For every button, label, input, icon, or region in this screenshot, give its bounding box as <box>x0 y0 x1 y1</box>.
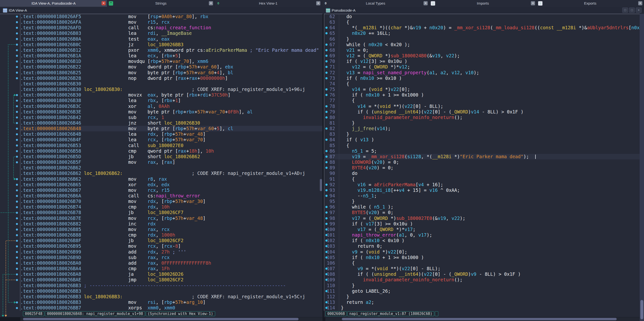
pseudocode-hscrollbar[interactable] <box>326 317 640 321</box>
pseudocode-line[interactable]: 73 if ( n0x10 >= 0x10 ) <box>324 76 644 81</box>
pseudocode-line[interactable]: 91 { <box>324 176 644 182</box>
disasm-line[interactable]: .text:0000000180026B0C jz loc_180026BB3 <box>20 42 322 48</box>
pseudocode-line[interactable]: 74 { <box>324 81 644 87</box>
pseudocode-line[interactable]: 99 if ( v17[3] >= 0x10u ) <box>324 221 644 227</box>
disasm-line[interactable]: .text:0000000180026B12 pxor xmm6, xmmwor… <box>20 48 322 53</box>
disasm-line[interactable]: .text:0000000180026B42 sub rcx, 1 <box>20 115 322 120</box>
disasm-line[interactable]: .text:0000000180026BA0 add rax, 0FFFFFFF… <box>20 260 322 266</box>
vscroll-thumb[interactable] <box>320 179 322 191</box>
tab-local-types[interactable]: 0Local Types× <box>322 0 429 7</box>
close-window-button[interactable]: × <box>636 8 642 13</box>
disasm-line[interactable]: .text:0000000180026B67 mov rcx, r15 <box>20 187 322 193</box>
disasm-line[interactable]: .text:0000000180026B99 add rdx, 27h ; ''… <box>20 249 322 255</box>
pseudocode-line[interactable]: 93 v19.m128i_i8[++v4 + 15] = v16 ^ 0xAA; <box>324 187 644 193</box>
disasm-line[interactable]: .text:0000000180026B82 inc rdx <box>20 221 322 227</box>
disasm-line[interactable]: .text:0000000180026B9D sub rax, rcx <box>20 255 322 260</box>
pseudocode-line[interactable]: 85 { <box>324 143 644 148</box>
disasm-label-line[interactable]: .text:0000000180026B30 loc_180026B30: ; … <box>20 87 322 92</box>
disasm-line[interactable]: .text:0000000180026B70 mov rdx, [rbp+57h… <box>20 199 322 204</box>
pseudocode-line[interactable]: 86 n5_1 = 5; <box>324 148 644 154</box>
disasm-line[interactable]: .text:0000000180026B3C xor al, 0AAh <box>20 104 322 109</box>
pseudocode-line[interactable]: 63 { <box>324 19 644 25</box>
close-tab-icon[interactable]: × <box>316 1 320 5</box>
disasm-line[interactable]: .text:0000000180026B78 jb loc_180026CF7 <box>20 210 322 215</box>
disasm-line[interactable]: .text:0000000180026B62 mov r8, rax <box>20 176 322 182</box>
pseudocode-line[interactable]: 75 v14 = (void *)v22[0]; <box>324 87 644 92</box>
disasm-line[interactable]: .text:0000000180026BB3 mov rsi, [rbp+57h… <box>20 299 322 305</box>
disasm-line[interactable]: .text:0000000180026B5D jb short loc_1800… <box>20 154 322 159</box>
disasm-line[interactable]: .text:0000000180026B1D movdqu [rbp+57h+v… <box>20 59 322 64</box>
pseudocode-vscrollbar[interactable] <box>640 14 644 321</box>
float-window-button[interactable]: □ <box>622 8 628 13</box>
disasm-line[interactable]: .text:0000000180026BB7 xorps xmm0, xmm0 <box>20 305 322 310</box>
pseudocode-line[interactable]: 87 v19 = _mm_xor_si128(si128, *(__m128i … <box>324 154 644 159</box>
pseudocode-line[interactable]: 71 v12 = (_QWORD *)*v12; <box>324 64 644 70</box>
hscroll-thumb[interactable] <box>23 318 298 320</box>
disasm-line[interactable]: .text:0000000180026B65 xor edx, edx <box>20 182 322 187</box>
pseudocode-line[interactable]: 88 LODWORD(v20) = 0; <box>324 159 644 165</box>
pseudocode-line[interactable]: 113 return a2; <box>324 299 644 305</box>
pseudocode-line[interactable]: 82 j_j_free(v14); <box>324 126 644 131</box>
close-tab-icon[interactable]: × <box>209 1 213 5</box>
disasm-line[interactable]: .text:0000000180026AFD call cs:napi_crea… <box>20 25 322 31</box>
tab-hex-view-1[interactable]: 0Hex View-1× <box>215 0 322 7</box>
disassembly-hscrollbar[interactable] <box>20 317 322 321</box>
disasm-line[interactable]: .text:0000000180026BB3 <box>20 288 322 294</box>
pseudocode-line[interactable]: 78 v14 = *(void **)(v22[0] - 8LL); <box>324 104 644 109</box>
disasm-line[interactable]: .text:0000000180026B88 cmp rdx, 1000h <box>20 232 322 238</box>
disasm-line[interactable]: .text:0000000180026B0A test eax, eax <box>20 36 322 42</box>
disasm-line[interactable]: .text:0000000180026B28 nop dword ptr [ra… <box>20 76 322 81</box>
disasm-line[interactable]: .text:0000000180026B3E mov byte ptr [rbp… <box>20 109 322 115</box>
tab-imports[interactable]: ↓Imports× <box>429 0 537 7</box>
disasm-line[interactable]: .text:0000000180026B38 lea rbx, [rbx+1] <box>20 98 322 103</box>
disasm-line[interactable]: .text:0000000180026B1A lea ecx, [rbx+5] <box>20 53 322 59</box>
pseudocode-line[interactable]: 68 v21 = 0; <box>324 48 644 53</box>
pseudocode-line[interactable]: 103 return 0; <box>324 243 644 249</box>
pseudocode-line[interactable]: 83 } <box>324 131 644 137</box>
pseudocode-line[interactable]: 102 if ( n0x10 < 0x10 ) <box>324 238 644 243</box>
pseudocode-line[interactable]: 100 v17 = (_QWORD *)*v17; <box>324 227 644 232</box>
disasm-line[interactable]: .text:0000000180026BA8 ja loc_180026D26 <box>20 271 322 277</box>
disasm-line[interactable]: .text:0000000180026B62 <box>20 165 322 171</box>
pseudocode-line[interactable]: 81 } <box>324 120 644 126</box>
disasm-line[interactable]: .text:0000000180026BAE jmp loc_180026CF2 <box>20 277 322 282</box>
vscroll-thumb[interactable] <box>640 300 643 319</box>
tab-ida-view-a-pseudocode-a[interactable]: IDA View-A, Pseudocode-A× <box>0 0 107 7</box>
pseudocode-line[interactable]: 80 invalid_parameter_noinfo_noreturn(); <box>324 115 644 120</box>
tab-strings[interactable]: "Strings× <box>107 0 215 7</box>
pseudocode-line[interactable]: 110 } <box>324 283 644 288</box>
disassembly-vscrollbar[interactable] <box>319 14 322 311</box>
disasm-label-line[interactable]: .text:0000000180026B62 loc_180026B62: ; … <box>20 171 322 176</box>
pseudocode-line[interactable]: 65 n0x20 += 16LL; <box>324 31 644 36</box>
hscroll-thumb[interactable] <box>342 318 617 320</box>
pseudocode-line[interactable]: 62 do <box>324 14 644 19</box>
pseudocode-line[interactable]: 105 if ( n0x10 + 1 >= 0x1000 ) <box>324 255 644 260</box>
pseudocode-line[interactable]: 111 goto LABEL_26; <box>324 288 644 294</box>
disasm-line[interactable]: .text:0000000180026B4F lea rcx, [rbp+57h… <box>20 137 322 142</box>
pseudocode-line[interactable]: 79 if ( (unsigned __int64)(v22[0] - (_QW… <box>324 109 644 115</box>
pseudocode-line[interactable]: 66 } <box>324 36 644 42</box>
disasm-line[interactable]: .text:0000000180026B53 call sub_1800027E… <box>20 143 322 148</box>
pseudocode-line[interactable]: 97 BYTE5(v20) = 0; <box>324 210 644 215</box>
disasm-line[interactable]: .text:0000000180026B95 mov rcx, [rcx-8] <box>20 243 322 249</box>
pseudocode-line[interactable]: 104 v9 = (void *)v22[0]; <box>324 249 644 255</box>
pseudocode-line[interactable]: 98 v17 = (_QWORD *)sub_1800027E0(&v19, v… <box>324 215 644 221</box>
pseudocode-line[interactable]: 84 if ( v13 ) <box>324 137 644 142</box>
pseudocode-line[interactable]: 72 v13 = napi_set_named_property(a1, a2,… <box>324 70 644 76</box>
disasm-line[interactable]: .text:0000000180026BB3 ; ---------------… <box>20 283 322 288</box>
pseudocode-line[interactable]: 95 } <box>324 199 644 204</box>
pseudocode-line[interactable]: 107 v9 = *(void **)(v22[0] - 8LL); <box>324 266 644 271</box>
pseudocode-line[interactable]: 89 BYTE4(v20) = 0; <box>324 165 644 171</box>
pseudocode-line[interactable]: 96 while ( n5_1 ); <box>324 204 644 210</box>
disasm-line[interactable]: .text:0000000180026B58 cmp qword ptr [ra… <box>20 148 322 154</box>
pseudocode-line[interactable]: 114} <box>324 305 644 310</box>
close-tab-icon[interactable]: × <box>102 1 106 5</box>
disasm-line[interactable]: .text:0000000180026B7E mov rcx, [rbp+57h… <box>20 215 322 221</box>
pseudocode-line[interactable]: 90 do <box>324 171 644 176</box>
maximize-window-button[interactable]: □ <box>629 8 635 13</box>
pseudocode-line[interactable]: 77 { <box>324 98 644 103</box>
disasm-line[interactable]: .text:0000000180026B30 <box>20 81 322 87</box>
pseudocode-line[interactable]: 108 if ( (unsigned __int64)(v22[0] - (_Q… <box>324 271 644 277</box>
pseudocode-line[interactable]: 94 --n5_1; <box>324 193 644 199</box>
disasm-line[interactable]: .text:0000000180026B4B lea rdx, [rbp+57h… <box>20 131 322 137</box>
